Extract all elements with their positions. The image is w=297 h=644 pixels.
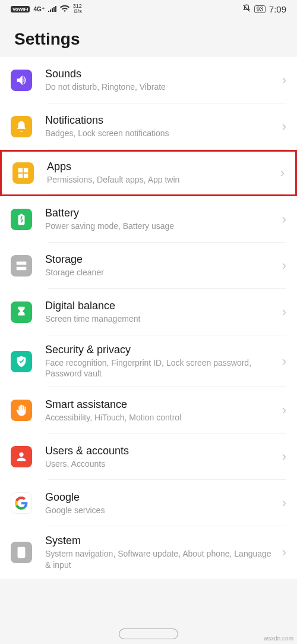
nav-bar [0, 629, 297, 639]
signal-bars-icon [48, 5, 56, 14]
clock: 7:09 [269, 4, 286, 14]
phoneinfo-icon [11, 542, 32, 563]
settings-row-notifications[interactable]: NotificationsBadges, Lock screen notific… [0, 103, 297, 150]
watermark: wsxdn.com [264, 635, 293, 642]
battery-icon [11, 209, 32, 230]
row-subtitle: System navigation, Software update, Abou… [45, 548, 277, 570]
user-icon [11, 446, 32, 467]
status-bar: VoWiFi 4G⁺ 312B/s 93 7:09 [0, 0, 297, 18]
row-text: GoogleGoogle services [45, 491, 277, 516]
wifi-icon [60, 5, 69, 14]
nav-pill[interactable] [119, 629, 178, 639]
chevron-right-icon: › [282, 258, 286, 274]
row-text: Smart assistanceAccessibility, HiTouch, … [45, 398, 277, 423]
shield-icon [11, 351, 32, 372]
row-text: SoundsDo not disturb, Ringtone, Vibrate [45, 68, 277, 92]
row-text: Security & privacyFace recognition, Fing… [45, 344, 277, 379]
vowifi-badge: VoWiFi [11, 6, 30, 12]
page-title: Settings [14, 30, 283, 49]
settings-row-digital-balance[interactable]: Digital balanceScreen time management› [0, 289, 297, 335]
signal-indicator: 4G⁺ [33, 6, 44, 12]
bell-icon [11, 116, 32, 137]
row-text: StorageStorage cleaner [45, 253, 277, 278]
grid-icon [12, 162, 34, 184]
hand-icon [11, 400, 32, 421]
settings-row-smart-assistance[interactable]: Smart assistanceAccessibility, HiTouch, … [0, 387, 297, 433]
row-subtitle: Users, Accounts [45, 458, 277, 469]
settings-row-battery[interactable]: BatteryPower saving mode, Battery usage› [0, 196, 297, 243]
row-title: Smart assistance [45, 398, 277, 411]
chevron-right-icon: › [282, 119, 286, 134]
chevron-right-icon: › [282, 304, 286, 320]
row-title: Sounds [45, 68, 277, 80]
row-subtitle: Permissions, Default apps, App twin [47, 174, 276, 185]
chevron-right-icon: › [282, 545, 286, 560]
volume-icon [11, 70, 32, 91]
storage-icon [11, 255, 32, 277]
row-title: Digital balance [45, 300, 277, 312]
status-right: 93 7:09 [242, 4, 286, 14]
row-text: Digital balanceScreen time management [45, 300, 277, 324]
row-title: Apps [47, 161, 276, 173]
status-left: VoWiFi 4G⁺ 312B/s [11, 4, 82, 14]
row-title: Google [45, 491, 277, 504]
settings-row-storage[interactable]: StorageStorage cleaner› [0, 243, 297, 289]
settings-row-users[interactable]: Users & accountsUsers, Accounts› [0, 433, 297, 480]
row-title: Storage [45, 253, 277, 266]
row-subtitle: Google services [45, 505, 277, 516]
row-subtitle: Do not disturb, Ringtone, Vibrate [45, 81, 277, 92]
row-text: Users & accountsUsers, Accounts [45, 445, 277, 469]
row-title: Security & privacy [45, 344, 277, 356]
row-title: Battery [45, 207, 277, 219]
settings-row-sounds[interactable]: SoundsDo not disturb, Ringtone, Vibrate› [0, 57, 297, 103]
row-text: BatteryPower saving mode, Battery usage [45, 207, 277, 231]
row-subtitle: Screen time management [45, 313, 277, 324]
settings-row-system[interactable]: SystemSystem navigation, Software update… [0, 526, 297, 578]
hourglass-icon [11, 301, 32, 323]
row-text: SystemSystem navigation, Software update… [45, 535, 277, 570]
settings-row-apps[interactable]: AppsPermissions, Default apps, App twin› [0, 150, 297, 196]
row-text: AppsPermissions, Default apps, App twin [47, 161, 276, 185]
chevron-right-icon: › [282, 354, 286, 369]
row-title: Users & accounts [45, 445, 277, 457]
page-header: Settings [0, 18, 297, 57]
row-subtitle: Accessibility, HiTouch, Motion control [45, 412, 277, 423]
row-subtitle: Power saving mode, Battery usage [45, 221, 277, 231]
chevron-right-icon: › [282, 403, 286, 418]
net-speed: 312B/s [73, 4, 82, 14]
row-title: Notifications [45, 114, 277, 127]
row-subtitle: Face recognition, Fingerprint ID, Lock s… [45, 357, 277, 379]
battery-indicator: 93 [254, 5, 266, 13]
settings-row-security[interactable]: Security & privacyFace recognition, Fing… [0, 335, 297, 387]
chevron-right-icon: › [282, 495, 286, 511]
row-subtitle: Storage cleaner [45, 267, 277, 278]
row-subtitle: Badges, Lock screen notifications [45, 128, 277, 139]
mute-icon [242, 4, 251, 14]
chevron-right-icon: › [282, 449, 286, 464]
settings-list[interactable]: SoundsDo not disturb, Ringtone, Vibrate›… [0, 57, 297, 579]
row-title: System [45, 535, 277, 547]
chevron-right-icon: › [280, 165, 285, 181]
chevron-right-icon: › [282, 73, 286, 88]
google-icon [11, 492, 32, 514]
chevron-right-icon: › [282, 212, 286, 227]
row-text: NotificationsBadges, Lock screen notific… [45, 114, 277, 139]
settings-row-google[interactable]: GoogleGoogle services› [0, 480, 297, 526]
